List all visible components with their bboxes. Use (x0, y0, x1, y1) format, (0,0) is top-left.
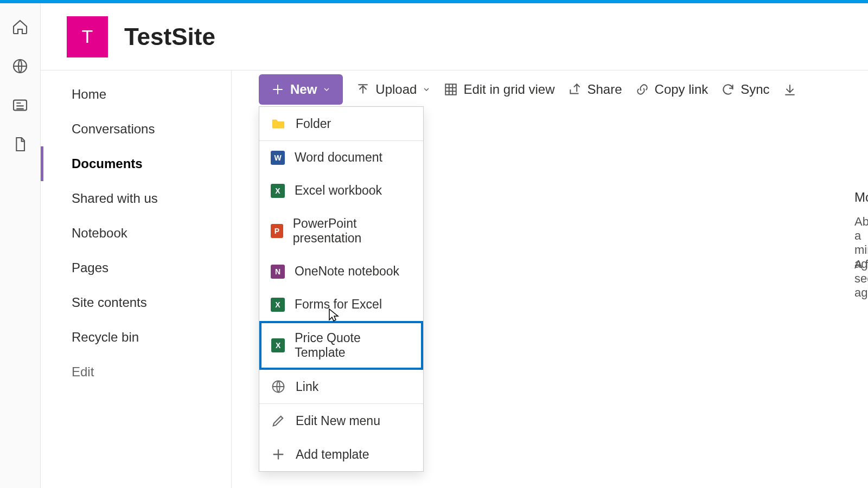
column-modified[interactable]: Modified (854, 190, 868, 205)
new-menu-onenote[interactable]: N OneNote notebook (259, 255, 423, 288)
command-bar: New Upload Edit in grid view Share Copy … (258, 73, 868, 106)
powerpoint-icon: P (271, 224, 283, 238)
menu-item-label: Word document (295, 150, 382, 165)
copy-link-label: Copy link (655, 82, 709, 97)
onenote-icon: N (271, 265, 285, 279)
new-menu-excel[interactable]: X Excel workbook (259, 174, 423, 207)
new-menu-forms-excel[interactable]: X Forms for Excel (259, 288, 423, 321)
upload-button[interactable]: Upload (356, 82, 431, 97)
new-menu-link[interactable]: Link (259, 370, 423, 403)
grid-icon (444, 82, 458, 97)
upload-label: Upload (375, 82, 417, 97)
nav-site-contents[interactable]: Site contents (41, 285, 231, 320)
download-button[interactable] (783, 82, 797, 97)
plus-icon (271, 447, 286, 462)
site-title[interactable]: TestSite (124, 23, 215, 50)
excel-icon: X (271, 338, 285, 352)
menu-item-label: OneNote notebook (295, 264, 399, 279)
nav-recycle-bin[interactable]: Recycle bin (41, 320, 231, 355)
nav-pages[interactable]: Pages (41, 251, 231, 285)
new-menu-price-quote-template[interactable]: X Price Quote Template (259, 321, 423, 370)
new-menu-word[interactable]: W Word document (259, 141, 423, 174)
globe-icon (271, 379, 286, 394)
menu-item-label: Edit New menu (296, 414, 380, 428)
nav-documents[interactable]: Documents (41, 146, 231, 181)
table-row[interactable]: About a minute ago Henry Legge (681, 228, 868, 258)
nav-edit[interactable]: Edit (41, 355, 231, 389)
link-icon (635, 82, 649, 97)
menu-item-label: Add template (296, 447, 369, 462)
new-button[interactable]: New (259, 74, 343, 105)
pencil-icon (271, 413, 286, 428)
folder-icon (271, 116, 286, 131)
sync-label: Sync (741, 82, 769, 97)
left-nav: Home Conversations Documents Shared with… (41, 70, 232, 488)
menu-item-label: Excel workbook (295, 183, 382, 198)
excel-icon: X (271, 184, 285, 198)
menu-item-label: Folder (296, 117, 331, 131)
menu-item-label: Forms for Excel (295, 297, 382, 312)
chevron-down-icon (322, 85, 331, 94)
chevron-down-icon (422, 85, 431, 94)
download-icon (783, 82, 797, 97)
edit-grid-label: Edit in grid view (463, 82, 554, 97)
share-button[interactable]: Share (568, 82, 622, 97)
upload-icon (356, 82, 370, 97)
nav-conversations[interactable]: Conversations (41, 112, 231, 146)
nav-home[interactable]: Home (41, 77, 231, 112)
plus-icon (271, 82, 285, 97)
new-menu-powerpoint[interactable]: P PowerPoint presentation (259, 207, 423, 255)
column-modified-label: Modified (854, 190, 868, 205)
app-rail (0, 3, 41, 488)
excel-icon: X (271, 298, 285, 312)
sync-button[interactable]: Sync (721, 82, 769, 97)
site-logo[interactable]: T (67, 16, 108, 57)
table-row[interactable]: A few seconds ago Henry Legge (681, 264, 868, 294)
new-menu-folder[interactable]: Folder (259, 107, 423, 140)
sync-icon (721, 82, 735, 97)
new-menu: Folder W Word document X Excel workbook … (259, 106, 424, 472)
file-icon[interactable] (11, 136, 29, 153)
menu-item-label: Link (296, 380, 318, 394)
cell-modified: A few seconds ago (854, 258, 868, 300)
menu-item-label: PowerPoint presentation (293, 216, 412, 246)
home-icon[interactable] (11, 18, 29, 36)
share-icon (568, 82, 582, 97)
globe-icon[interactable] (11, 57, 29, 75)
site-header: T TestSite (41, 3, 868, 70)
menu-item-label: Price Quote Template (295, 331, 411, 360)
nav-notebook[interactable]: Notebook (41, 216, 231, 251)
new-menu-add-template[interactable]: Add template (259, 438, 423, 471)
svg-rect-2 (446, 84, 457, 95)
copy-link-button[interactable]: Copy link (635, 82, 709, 97)
nav-shared[interactable]: Shared with us (41, 181, 231, 216)
edit-grid-button[interactable]: Edit in grid view (444, 82, 554, 97)
new-menu-edit[interactable]: Edit New menu (259, 404, 423, 438)
word-icon: W (271, 151, 285, 165)
new-button-label: New (290, 82, 317, 97)
share-label: Share (588, 82, 622, 97)
news-icon[interactable] (11, 97, 29, 114)
